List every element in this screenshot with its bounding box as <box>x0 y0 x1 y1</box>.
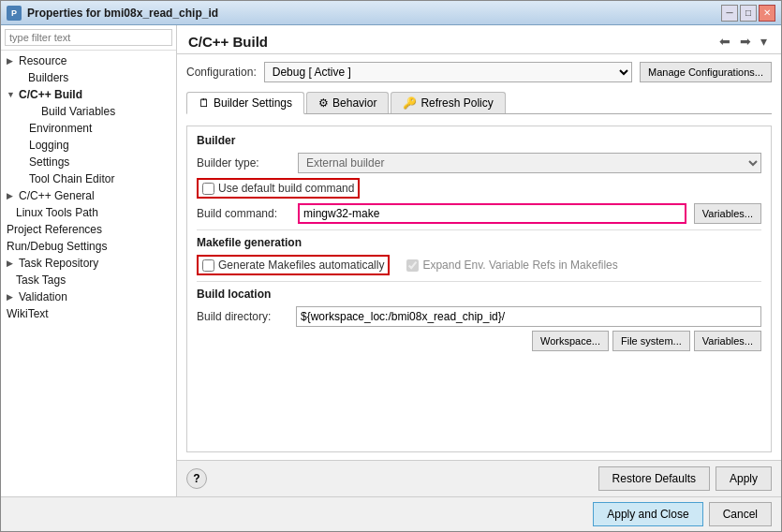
tree-label-logging: Logging <box>29 139 69 152</box>
cancel-button[interactable]: Cancel <box>709 502 772 526</box>
tabs-container: 🗒 Builder Settings ⚙ Behavior 🔑 Refresh … <box>186 92 772 114</box>
expand-env-checkbox[interactable] <box>406 259 419 272</box>
tree-item-cpp-build[interactable]: ▼ C/C++ Build <box>1 86 176 103</box>
builder-type-row: Builder type: External builder <box>197 153 761 173</box>
main-window: P Properties for bmi08x_read_chip_id ─ □… <box>0 0 782 532</box>
tree-item-build-variables[interactable]: Build Variables <box>1 103 176 120</box>
tree-label-validation: Validation <box>19 290 67 303</box>
build-dir-buttons: Workspace... File system... Variables... <box>197 331 761 351</box>
title-bar-left: P Properties for bmi08x_read_chip_id <box>7 6 218 21</box>
build-cmd-variables-button[interactable]: Variables... <box>694 203 761 224</box>
filter-box <box>1 25 176 51</box>
tree-label-run-debug: Run/Debug Settings <box>7 240 107 253</box>
dropdown-button[interactable]: ▾ <box>758 33 770 50</box>
use-default-checkbox[interactable] <box>202 183 214 195</box>
tree-item-validation[interactable]: ▶ Validation <box>1 288 176 305</box>
workspace-button[interactable]: Workspace... <box>532 331 609 351</box>
generate-makefiles-outlined: Generate Makefiles automatically <box>197 255 390 275</box>
arrow-cpp-build: ▼ <box>7 90 16 99</box>
tree-item-task-repository[interactable]: ▶ Task Repository <box>1 255 176 272</box>
tree-item-builders[interactable]: Builders <box>1 69 176 86</box>
back-button[interactable]: ⬅ <box>716 33 733 50</box>
build-command-row: Build command: Variables... <box>197 203 761 224</box>
tree-item-cpp-general[interactable]: ▶ C/C++ General <box>1 187 176 204</box>
use-default-label: Use default build command <box>218 182 354 195</box>
panel-header-icons: ⬅ ➡ ▾ <box>716 33 770 50</box>
config-select[interactable]: Debug [ Active ] <box>264 62 632 82</box>
tab-behavior-label: Behavior <box>332 96 376 110</box>
tree-item-tool-chain-editor[interactable]: Tool Chain Editor <box>1 170 176 187</box>
builder-settings-icon: 🗒 <box>199 96 210 110</box>
tree-label-resource: Resource <box>19 54 66 67</box>
config-row: Configuration: Debug [ Active ] Manage C… <box>186 62 772 82</box>
build-command-label: Build command: <box>197 207 290 220</box>
build-command-input[interactable] <box>298 203 686 224</box>
tree-item-task-tags[interactable]: Task Tags <box>1 272 176 288</box>
tree-label-task-tags: Task Tags <box>16 273 66 287</box>
tree-item-project-references[interactable]: Project References <box>1 221 176 238</box>
apply-button[interactable]: Apply <box>716 466 772 491</box>
build-location-title: Build location <box>197 288 761 301</box>
build-dir-input[interactable] <box>296 306 761 327</box>
forward-button[interactable]: ➡ <box>737 33 754 50</box>
tree-label-environment: Environment <box>29 122 92 135</box>
title-bar-controls: ─ □ ✕ <box>721 5 775 22</box>
panel-header: C/C++ Build ⬅ ➡ ▾ <box>177 25 781 54</box>
tree-item-environment[interactable]: Environment <box>1 120 176 137</box>
builder-type-select[interactable]: External builder <box>298 153 761 173</box>
tree-label-cpp-general: C/C++ General <box>19 189 95 202</box>
build-dir-label: Build directory: <box>197 310 290 323</box>
generate-makefiles-checkbox[interactable] <box>202 259 214 272</box>
window-icon: P <box>7 6 22 21</box>
tab-behavior[interactable]: ⚙ Behavior <box>306 92 389 113</box>
config-label: Configuration: <box>186 66 257 79</box>
builder-type-label: Builder type: <box>197 156 290 170</box>
right-panel: C/C++ Build ⬅ ➡ ▾ Configuration: Debug [… <box>177 25 781 496</box>
left-panel: ▶ Resource Builders ▼ C/C++ Build Build … <box>1 25 177 496</box>
filter-input[interactable] <box>5 29 172 46</box>
tree-label-linux-tools: Linux Tools Path <box>16 206 98 219</box>
tab-builder-settings[interactable]: 🗒 Builder Settings <box>186 92 304 114</box>
title-bar: P Properties for bmi08x_read_chip_id ─ □… <box>1 1 781 25</box>
file-system-button[interactable]: File system... <box>612 331 690 351</box>
panel-body: Configuration: Debug [ Active ] Manage C… <box>177 54 781 460</box>
tree-label-wikitext: WikiText <box>7 307 49 320</box>
panel-title: C/C++ Build <box>188 34 268 50</box>
tree-item-run-debug[interactable]: Run/Debug Settings <box>1 238 176 255</box>
divider-2 <box>197 281 761 282</box>
settings-panel: Builder Builder type: External builder U… <box>186 126 772 452</box>
arrow-task-repository: ▶ <box>7 259 16 268</box>
behavior-icon: ⚙ <box>318 96 329 110</box>
close-button[interactable]: ✕ <box>759 5 775 22</box>
arrow-resource: ▶ <box>7 56 16 66</box>
build-dir-variables-button[interactable]: Variables... <box>694 331 761 351</box>
window-title: Properties for bmi08x_read_chip_id <box>27 7 218 20</box>
tab-refresh-policy[interactable]: 🔑 Refresh Policy <box>391 92 505 113</box>
tree-label-build-variables: Build Variables <box>41 105 115 118</box>
tree-label-task-repository: Task Repository <box>19 257 98 270</box>
divider-1 <box>197 229 761 230</box>
tree-item-linux-tools[interactable]: Linux Tools Path <box>1 204 176 221</box>
tree-container: ▶ Resource Builders ▼ C/C++ Build Build … <box>1 51 176 496</box>
tree-item-wikitext[interactable]: WikiText <box>1 305 176 322</box>
tree-label-settings: Settings <box>29 155 69 169</box>
arrow-validation: ▶ <box>7 292 16 302</box>
tree-label-project-references: Project References <box>7 223 102 236</box>
tree-label-builders: Builders <box>28 71 68 84</box>
restore-defaults-button[interactable]: Restore Defaults <box>598 466 710 491</box>
main-content: ▶ Resource Builders ▼ C/C++ Build Build … <box>1 25 781 496</box>
generate-makefiles-row: Generate Makefiles automatically Expand … <box>197 255 761 275</box>
minimize-button[interactable]: ─ <box>721 5 738 22</box>
tree-item-settings[interactable]: Settings <box>1 154 176 170</box>
tree-item-logging[interactable]: Logging <box>1 137 176 154</box>
tree-label-tool-chain-editor: Tool Chain Editor <box>29 172 114 185</box>
manage-configurations-button[interactable]: Manage Configurations... <box>640 62 772 82</box>
tree-item-resource[interactable]: ▶ Resource <box>1 52 176 69</box>
bottom-buttons: ? Restore Defaults Apply <box>177 460 781 496</box>
tab-refresh-policy-label: Refresh Policy <box>421 96 493 110</box>
refresh-policy-icon: 🔑 <box>403 96 417 110</box>
maximize-button[interactable]: □ <box>740 5 757 22</box>
build-dir-row: Build directory: <box>197 306 761 327</box>
apply-close-button[interactable]: Apply and Close <box>593 502 702 526</box>
help-button[interactable]: ? <box>186 468 207 489</box>
